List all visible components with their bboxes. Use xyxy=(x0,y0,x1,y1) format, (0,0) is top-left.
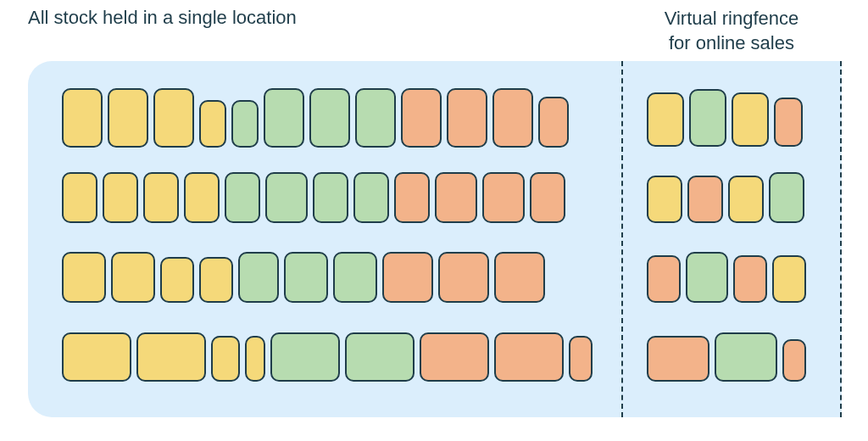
stock-block-green xyxy=(689,89,726,147)
stock-block-green xyxy=(264,88,304,148)
stock-block-green xyxy=(333,252,377,303)
stock-block-green xyxy=(309,88,350,148)
stock-block-green xyxy=(686,252,728,303)
stock-block-green xyxy=(345,332,415,382)
stock-block-yellow xyxy=(62,252,106,303)
stock-block-orange xyxy=(401,88,442,148)
stock-block-yellow xyxy=(136,332,206,382)
label-virtual-ringfence-line1: Virtual ringfence xyxy=(665,8,799,29)
stock-block-orange xyxy=(782,339,806,382)
stock-block-orange xyxy=(647,336,709,382)
row-gap xyxy=(604,88,647,148)
container-open-edge xyxy=(840,61,842,417)
ringfence-stock-group xyxy=(647,172,842,223)
stock-block-orange xyxy=(538,97,569,148)
stock-block-green xyxy=(284,252,328,303)
stock-block-yellow xyxy=(647,176,682,223)
stock-grid xyxy=(62,88,842,387)
stock-block-yellow xyxy=(732,92,769,147)
stock-block-yellow xyxy=(211,336,240,382)
label-virtual-ringfence-line2: for online sales xyxy=(669,32,794,53)
stock-block-green xyxy=(225,172,260,223)
stock-row xyxy=(62,168,842,227)
ringfence-stock-group xyxy=(647,332,842,382)
main-stock-group xyxy=(62,172,604,223)
stock-block-yellow xyxy=(103,172,138,223)
stock-block-orange xyxy=(733,255,767,303)
label-all-stock: All stock held in a single location xyxy=(28,0,621,29)
stock-block-yellow xyxy=(245,336,265,382)
stock-block-yellow xyxy=(199,100,226,148)
main-stock-group xyxy=(62,332,604,382)
stock-block-green xyxy=(265,172,308,223)
stock-block-orange xyxy=(447,88,487,148)
stock-block-green xyxy=(270,332,340,382)
stock-block-orange xyxy=(530,172,565,223)
stock-row xyxy=(62,248,842,307)
stock-block-yellow xyxy=(772,255,806,303)
stock-block-orange xyxy=(494,332,564,382)
stock-block-yellow xyxy=(62,332,131,382)
stock-block-yellow xyxy=(111,252,155,303)
ringfence-stock-group xyxy=(647,89,842,147)
ringfence-stock-group xyxy=(647,252,842,303)
stock-block-yellow xyxy=(62,172,97,223)
stock-container xyxy=(28,61,842,417)
stock-block-green xyxy=(313,172,348,223)
stock-block-yellow xyxy=(647,92,684,147)
stock-block-green xyxy=(769,172,804,223)
stock-block-green xyxy=(353,172,389,223)
stock-block-orange xyxy=(687,176,723,223)
row-gap xyxy=(604,248,647,307)
stock-block-yellow xyxy=(728,176,764,223)
stock-row xyxy=(62,88,842,148)
stock-block-yellow xyxy=(143,172,179,223)
stock-block-green xyxy=(231,100,259,148)
stock-block-yellow xyxy=(199,257,233,303)
stock-block-orange xyxy=(569,336,593,382)
stock-block-green xyxy=(238,252,279,303)
stock-block-orange xyxy=(482,172,525,223)
stock-block-yellow xyxy=(184,172,220,223)
stock-block-orange xyxy=(438,252,489,303)
stock-block-orange xyxy=(394,172,430,223)
labels-row: All stock held in a single location Virt… xyxy=(28,0,842,61)
stock-block-orange xyxy=(435,172,477,223)
label-virtual-ringfence: Virtual ringfence for online sales xyxy=(621,0,842,55)
stock-block-green xyxy=(355,88,396,148)
stock-block-green xyxy=(715,332,777,382)
stock-block-orange xyxy=(492,88,533,148)
stock-block-yellow xyxy=(153,88,194,148)
stock-block-orange xyxy=(774,98,803,147)
stock-block-yellow xyxy=(62,88,103,148)
main-stock-group xyxy=(62,252,604,303)
stock-block-orange xyxy=(382,252,433,303)
stock-block-orange xyxy=(494,252,545,303)
stock-block-yellow xyxy=(108,88,148,148)
stock-row xyxy=(62,327,842,387)
stock-block-yellow xyxy=(160,257,194,303)
row-gap xyxy=(604,327,647,387)
container-right-fill xyxy=(818,61,842,417)
main-stock-group xyxy=(62,88,604,148)
row-gap xyxy=(604,168,647,227)
stock-block-orange xyxy=(420,332,489,382)
stock-block-orange xyxy=(647,255,681,303)
